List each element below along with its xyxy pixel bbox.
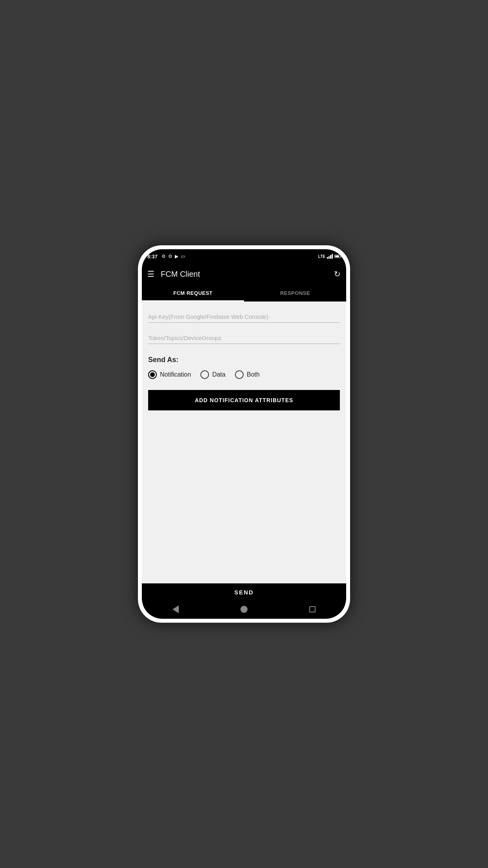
recents-button[interactable]: [309, 606, 316, 612]
phone-screen: 8:37 ⚙ ⚙ ▶ ▭ LTE: [142, 249, 346, 619]
token-group: [148, 331, 340, 344]
settings-icon-2: ⚙: [168, 254, 172, 259]
tab-fcm-request[interactable]: FCM REQUEST: [142, 285, 244, 302]
send-label[interactable]: SEND: [234, 589, 254, 596]
battery-fill: [335, 256, 339, 257]
lte-badge: LTE: [318, 254, 325, 259]
status-icons-right: LTE: [318, 254, 341, 259]
add-notification-attributes-button[interactable]: ADD NOTIFICATION ATTRIBUTES: [148, 390, 340, 410]
bottom-bar: SEND: [142, 583, 346, 619]
settings-icon-1: ⚙: [161, 254, 166, 259]
tab-response[interactable]: RESPONSE: [244, 285, 346, 302]
sd-icon: ▭: [181, 254, 185, 259]
tabs-bar: FCM REQUEST RESPONSE: [142, 285, 346, 302]
send-bar[interactable]: SEND: [142, 583, 346, 601]
form-area: Send As: Notification Data: [142, 302, 346, 583]
radio-label-both: Both: [247, 371, 260, 378]
radio-inner-notification: [150, 372, 155, 377]
back-button[interactable]: [172, 605, 179, 613]
app-bar: ☰ FCM Client ↻: [142, 263, 346, 285]
send-as-radio-group: Notification Data Both: [148, 370, 340, 379]
nav-bar: [142, 601, 346, 619]
phone-frame: 8:37 ⚙ ⚙ ▶ ▭ LTE: [138, 245, 350, 623]
home-button[interactable]: [240, 606, 248, 613]
signal-bar-1: [327, 257, 328, 259]
api-key-group: [148, 309, 340, 323]
spacer: [148, 410, 340, 579]
signal-bar-3: [330, 255, 331, 259]
content-area: Send As: Notification Data: [142, 302, 346, 619]
signal-bar-2: [328, 256, 330, 259]
status-time: 8:37: [147, 254, 158, 259]
token-input[interactable]: [148, 331, 340, 344]
radio-label-data: Data: [212, 371, 226, 378]
battery-icon: [334, 255, 341, 258]
status-left: 8:37 ⚙ ⚙ ▶ ▭: [147, 254, 185, 259]
status-icons-left: ⚙ ⚙ ▶ ▭: [161, 254, 185, 259]
play-icon: ▶: [175, 254, 178, 259]
menu-icon[interactable]: ☰: [147, 269, 154, 279]
send-as-label: Send As:: [148, 356, 340, 364]
radio-label-notification: Notification: [160, 371, 191, 378]
api-key-input[interactable]: [148, 309, 340, 323]
radio-data[interactable]: Data: [200, 370, 226, 379]
status-bar: 8:37 ⚙ ⚙ ▶ ▭ LTE: [142, 249, 346, 263]
radio-circle-both: [235, 370, 244, 379]
radio-circle-data: [200, 370, 209, 379]
signal-icon: [327, 254, 333, 259]
signal-bar-4: [332, 254, 333, 259]
app-title: FCM Client: [161, 270, 334, 279]
battery-tip: [341, 256, 342, 257]
radio-both[interactable]: Both: [235, 370, 260, 379]
radio-circle-notification: [148, 370, 157, 379]
refresh-icon[interactable]: ↻: [334, 269, 341, 279]
radio-notification[interactable]: Notification: [148, 370, 191, 379]
